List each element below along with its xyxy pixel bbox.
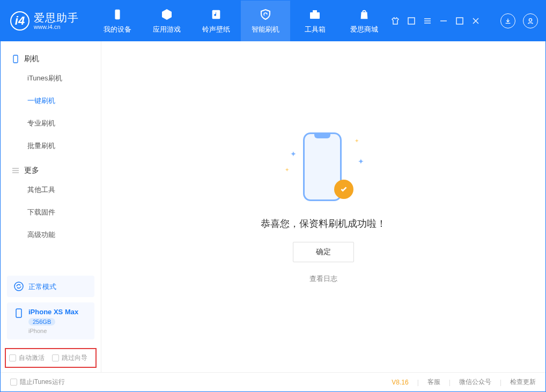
close-icon[interactable]	[471, 17, 480, 25]
option-label: 自动激活	[19, 353, 45, 363]
toolbox-icon	[308, 8, 322, 21]
cube-icon	[160, 8, 174, 21]
version-label: V8.16	[392, 379, 408, 386]
tab-toolbox[interactable]: 工具箱	[290, 1, 340, 41]
maximize-icon[interactable]	[455, 17, 464, 25]
tab-label: 智能刷机	[252, 25, 279, 34]
music-note-icon	[209, 8, 223, 21]
sidebar-group-more: 更多	[1, 162, 101, 179]
svg-point-6	[529, 19, 532, 21]
success-illustration: ✦ ✦ ✦ ✦	[281, 130, 366, 205]
device-icon	[110, 8, 124, 21]
checkbox-icon	[9, 354, 16, 361]
wechat-link[interactable]: 微信公众号	[459, 378, 491, 387]
sidebar-group-flash: 刷机	[1, 51, 101, 67]
sidebar-item-oneclick-flash[interactable]: 一键刷机	[1, 90, 101, 112]
device-storage-badge: 256GB	[28, 318, 55, 326]
block-itunes-checkbox[interactable]: 阻止iTunes运行	[10, 378, 65, 387]
menu-icon[interactable]	[423, 17, 432, 25]
bag-icon	[357, 8, 371, 21]
skip-guide-checkbox[interactable]: 跳过向导	[52, 353, 87, 363]
device-icon	[13, 308, 24, 319]
tab-label: 爱思商城	[350, 25, 378, 34]
refresh-shield-icon	[259, 8, 272, 21]
window-mode-icon[interactable]	[407, 17, 416, 25]
download-button[interactable]	[500, 13, 515, 28]
checkmark-badge-icon	[334, 180, 353, 199]
flash-options-highlight: 自动激活 跳过向导	[5, 348, 97, 368]
app-header: i4 爱思助手 www.i4.cn 我的设备 应用游戏 铃声壁纸 智能刷机 工具…	[1, 1, 545, 41]
window-controls	[391, 13, 538, 28]
ok-button[interactable]: 确定	[293, 242, 354, 262]
success-message: 恭喜您，保资料刷机成功啦！	[261, 217, 386, 230]
list-icon	[11, 166, 20, 175]
minimize-icon[interactable]	[439, 17, 448, 25]
svg-rect-4	[408, 18, 415, 24]
tab-label: 铃声壁纸	[202, 25, 230, 34]
checkbox-icon	[10, 379, 17, 386]
check-update-link[interactable]: 检查更新	[510, 378, 536, 387]
device-type: iPhone	[28, 328, 78, 334]
sidebar-item-advanced[interactable]: 高级功能	[1, 224, 101, 246]
svg-rect-3	[313, 10, 317, 12]
sidebar-item-itunes-flash[interactable]: iTunes刷机	[1, 67, 101, 90]
tab-smart-flash[interactable]: 智能刷机	[241, 1, 290, 41]
tab-label: 我的设备	[104, 25, 131, 34]
mode-label: 正常模式	[28, 281, 56, 292]
device-card[interactable]: iPhone XS Max 256GB iPhone	[7, 302, 94, 339]
sparkle-icon: ✦	[285, 167, 289, 173]
svg-point-8	[14, 282, 23, 291]
group-title: 更多	[24, 166, 39, 175]
logo-text: 爱思助手 www.i4.cn	[34, 12, 79, 30]
svg-rect-2	[310, 12, 320, 19]
tshirt-icon[interactable]	[391, 17, 400, 25]
tab-my-device[interactable]: 我的设备	[93, 1, 142, 41]
sidebar-item-batch-flash[interactable]: 批量刷机	[1, 135, 101, 157]
checkbox-icon	[52, 354, 59, 361]
app-name: 爱思助手	[34, 12, 79, 24]
tab-label: 工具箱	[305, 25, 326, 34]
auto-activate-checkbox[interactable]: 自动激活	[9, 353, 45, 363]
group-title: 刷机	[24, 54, 39, 64]
option-label: 阻止iTunes运行	[20, 378, 65, 387]
mode-card[interactable]: 正常模式	[7, 276, 94, 297]
svg-rect-9	[16, 309, 21, 317]
sparkle-icon: ✦	[358, 157, 364, 166]
tab-apps-games[interactable]: 应用游戏	[142, 1, 191, 41]
sidebar-item-pro-flash[interactable]: 专业刷机	[1, 112, 101, 135]
logo-badge-icon: i4	[10, 11, 29, 31]
tab-label: 应用游戏	[153, 25, 181, 34]
tab-store[interactable]: 爱思商城	[340, 1, 389, 41]
option-label: 跳过向导	[62, 353, 87, 363]
svg-rect-5	[456, 18, 463, 24]
device-name: iPhone XS Max	[28, 308, 78, 316]
sidebar-item-other-tools[interactable]: 其他工具	[1, 179, 101, 201]
main-content: ✦ ✦ ✦ ✦ 恭喜您，保资料刷机成功啦！ 确定 查看日志	[101, 41, 545, 372]
sidebar: 刷机 iTunes刷机 一键刷机 专业刷机 批量刷机 更多 其他工具 下载固件 …	[1, 41, 101, 372]
support-link[interactable]: 客服	[427, 378, 440, 387]
sync-icon	[13, 281, 24, 292]
account-button[interactable]	[523, 13, 538, 28]
footer: 阻止iTunes运行 V8.16 | 客服 | 微信公众号 | 检查更新	[1, 372, 545, 391]
app-logo: i4 爱思助手 www.i4.cn	[10, 11, 79, 31]
app-url: www.i4.cn	[34, 24, 79, 30]
view-log-link[interactable]: 查看日志	[309, 274, 337, 284]
phone-small-icon	[11, 55, 20, 63]
sparkle-icon: ✦	[355, 138, 359, 144]
svg-rect-0	[115, 10, 120, 19]
sparkle-icon: ✦	[290, 150, 297, 158]
sidebar-item-download-firmware[interactable]: 下载固件	[1, 201, 101, 224]
svg-rect-7	[13, 55, 18, 63]
main-tabs: 我的设备 应用游戏 铃声壁纸 智能刷机 工具箱 爱思商城	[93, 1, 389, 41]
tab-ringtone-wallpaper[interactable]: 铃声壁纸	[191, 1, 241, 41]
